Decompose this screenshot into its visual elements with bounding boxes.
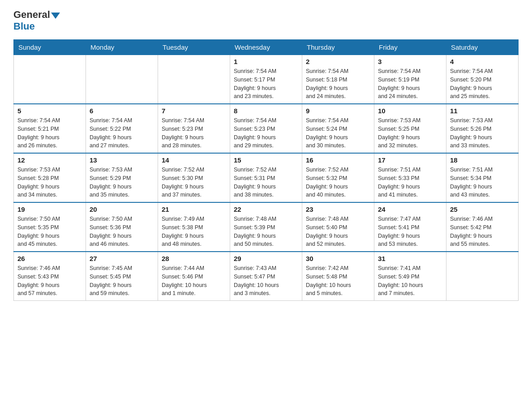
calendar-day-12: 12Sunrise: 7:53 AMSunset: 5:28 PMDayligh… xyxy=(14,153,86,202)
day-sun-info: Sunrise: 7:50 AMSunset: 5:36 PMDaylight:… xyxy=(90,215,154,248)
day-number: 22 xyxy=(234,206,298,213)
day-of-week-saturday: Saturday xyxy=(446,40,519,55)
calendar-day-26: 26Sunrise: 7:46 AMSunset: 5:43 PMDayligh… xyxy=(14,252,86,301)
day-of-week-wednesday: Wednesday xyxy=(230,40,302,55)
calendar-day-5: 5Sunrise: 7:54 AMSunset: 5:21 PMDaylight… xyxy=(14,104,86,153)
calendar-day-11: 11Sunrise: 7:53 AMSunset: 5:26 PMDayligh… xyxy=(446,104,519,153)
day-sun-info: Sunrise: 7:53 AMSunset: 5:29 PMDaylight:… xyxy=(90,166,154,199)
day-number: 13 xyxy=(90,156,154,164)
day-sun-info: Sunrise: 7:53 AMSunset: 5:28 PMDaylight:… xyxy=(17,166,82,199)
day-number: 8 xyxy=(234,107,298,115)
calendar-table: SundayMondayTuesdayWednesdayThursdayFrid… xyxy=(13,39,519,301)
day-sun-info: Sunrise: 7:54 AMSunset: 5:21 PMDaylight:… xyxy=(17,116,82,150)
calendar-day-18: 18Sunrise: 7:51 AMSunset: 5:34 PMDayligh… xyxy=(446,153,519,202)
calendar-day-6: 6Sunrise: 7:54 AMSunset: 5:22 PMDaylight… xyxy=(86,104,158,153)
day-sun-info: Sunrise: 7:54 AMSunset: 5:18 PMDaylight:… xyxy=(306,67,370,101)
day-number: 25 xyxy=(450,206,515,213)
day-sun-info: Sunrise: 7:54 AMSunset: 5:19 PMDaylight:… xyxy=(378,67,442,101)
day-number: 26 xyxy=(17,255,82,262)
calendar-week-row: 1Sunrise: 7:54 AMSunset: 5:17 PMDaylight… xyxy=(14,55,519,104)
calendar-day-16: 16Sunrise: 7:52 AMSunset: 5:32 PMDayligh… xyxy=(302,153,374,202)
day-number: 6 xyxy=(90,107,154,115)
logo-arrow-icon xyxy=(51,13,60,19)
calendar-day-17: 17Sunrise: 7:51 AMSunset: 5:33 PMDayligh… xyxy=(374,153,446,202)
day-sun-info: Sunrise: 7:53 AMSunset: 5:25 PMDaylight:… xyxy=(378,116,442,150)
logo-general: General xyxy=(13,9,50,21)
calendar-day-8: 8Sunrise: 7:54 AMSunset: 5:23 PMDaylight… xyxy=(230,104,302,153)
day-number: 30 xyxy=(306,255,370,262)
calendar-day-3: 3Sunrise: 7:54 AMSunset: 5:19 PMDaylight… xyxy=(374,55,446,104)
day-sun-info: Sunrise: 7:48 AMSunset: 5:40 PMDaylight:… xyxy=(306,215,370,248)
day-number: 2 xyxy=(306,58,370,65)
day-sun-info: Sunrise: 7:42 AMSunset: 5:48 PMDaylight:… xyxy=(306,264,370,298)
day-sun-info: Sunrise: 7:54 AMSunset: 5:20 PMDaylight:… xyxy=(450,67,515,101)
day-sun-info: Sunrise: 7:44 AMSunset: 5:46 PMDaylight:… xyxy=(162,264,226,298)
day-number: 20 xyxy=(90,206,154,213)
calendar-day-14: 14Sunrise: 7:52 AMSunset: 5:30 PMDayligh… xyxy=(158,153,230,202)
day-number: 1 xyxy=(234,58,298,65)
day-sun-info: Sunrise: 7:54 AMSunset: 5:24 PMDaylight:… xyxy=(306,116,370,150)
day-number: 12 xyxy=(17,156,82,164)
day-number: 19 xyxy=(17,206,82,213)
day-number: 17 xyxy=(378,156,442,164)
calendar-day-1: 1Sunrise: 7:54 AMSunset: 5:17 PMDaylight… xyxy=(230,55,302,104)
day-number: 16 xyxy=(306,156,370,164)
day-sun-info: Sunrise: 7:52 AMSunset: 5:31 PMDaylight:… xyxy=(234,166,298,199)
day-number: 4 xyxy=(450,58,515,65)
calendar-day-30: 30Sunrise: 7:42 AMSunset: 5:48 PMDayligh… xyxy=(302,252,374,301)
day-number: 3 xyxy=(378,58,442,65)
day-sun-info: Sunrise: 7:47 AMSunset: 5:41 PMDaylight:… xyxy=(378,215,442,248)
logo: General Blue xyxy=(13,9,60,32)
day-sun-info: Sunrise: 7:53 AMSunset: 5:26 PMDaylight:… xyxy=(450,116,515,150)
day-number: 14 xyxy=(162,156,226,164)
day-sun-info: Sunrise: 7:41 AMSunset: 5:49 PMDaylight:… xyxy=(378,264,442,298)
day-sun-info: Sunrise: 7:54 AMSunset: 5:22 PMDaylight:… xyxy=(90,116,154,150)
calendar-day-24: 24Sunrise: 7:47 AMSunset: 5:41 PMDayligh… xyxy=(374,202,446,252)
calendar-day-7: 7Sunrise: 7:54 AMSunset: 5:23 PMDaylight… xyxy=(158,104,230,153)
day-number: 15 xyxy=(234,156,298,164)
logo-blue: Blue xyxy=(13,21,60,32)
day-sun-info: Sunrise: 7:50 AMSunset: 5:35 PMDaylight:… xyxy=(17,215,82,248)
day-sun-info: Sunrise: 7:48 AMSunset: 5:39 PMDaylight:… xyxy=(234,215,298,248)
calendar-week-row: 19Sunrise: 7:50 AMSunset: 5:35 PMDayligh… xyxy=(14,202,519,252)
day-sun-info: Sunrise: 7:51 AMSunset: 5:33 PMDaylight:… xyxy=(378,166,442,199)
day-number: 31 xyxy=(378,255,442,262)
calendar-day-28: 28Sunrise: 7:44 AMSunset: 5:46 PMDayligh… xyxy=(158,252,230,301)
calendar-day-25: 25Sunrise: 7:46 AMSunset: 5:42 PMDayligh… xyxy=(446,202,519,252)
day-number: 18 xyxy=(450,156,515,164)
day-sun-info: Sunrise: 7:51 AMSunset: 5:34 PMDaylight:… xyxy=(450,166,515,199)
page-header: General Blue xyxy=(13,9,519,32)
calendar-week-row: 12Sunrise: 7:53 AMSunset: 5:28 PMDayligh… xyxy=(14,153,519,202)
calendar-day-15: 15Sunrise: 7:52 AMSunset: 5:31 PMDayligh… xyxy=(230,153,302,202)
calendar-day-23: 23Sunrise: 7:48 AMSunset: 5:40 PMDayligh… xyxy=(302,202,374,252)
day-of-week-thursday: Thursday xyxy=(302,40,374,55)
day-number: 29 xyxy=(234,255,298,262)
day-sun-info: Sunrise: 7:52 AMSunset: 5:30 PMDaylight:… xyxy=(162,166,226,199)
calendar-day-13: 13Sunrise: 7:53 AMSunset: 5:29 PMDayligh… xyxy=(86,153,158,202)
day-number: 10 xyxy=(378,107,442,115)
calendar-day-21: 21Sunrise: 7:49 AMSunset: 5:38 PMDayligh… xyxy=(158,202,230,252)
day-number: 21 xyxy=(162,206,226,213)
calendar-day-31: 31Sunrise: 7:41 AMSunset: 5:49 PMDayligh… xyxy=(374,252,446,301)
calendar-day-22: 22Sunrise: 7:48 AMSunset: 5:39 PMDayligh… xyxy=(230,202,302,252)
calendar-day-20: 20Sunrise: 7:50 AMSunset: 5:36 PMDayligh… xyxy=(86,202,158,252)
day-sun-info: Sunrise: 7:46 AMSunset: 5:43 PMDaylight:… xyxy=(17,264,82,298)
day-number: 7 xyxy=(162,107,226,115)
calendar-empty-cell xyxy=(158,55,230,104)
calendar-day-4: 4Sunrise: 7:54 AMSunset: 5:20 PMDaylight… xyxy=(446,55,519,104)
day-sun-info: Sunrise: 7:43 AMSunset: 5:47 PMDaylight:… xyxy=(234,264,298,298)
calendar-empty-cell xyxy=(446,252,519,301)
day-sun-info: Sunrise: 7:46 AMSunset: 5:42 PMDaylight:… xyxy=(450,215,515,248)
calendar-week-row: 5Sunrise: 7:54 AMSunset: 5:21 PMDaylight… xyxy=(14,104,519,153)
day-of-week-tuesday: Tuesday xyxy=(158,40,230,55)
day-sun-info: Sunrise: 7:54 AMSunset: 5:17 PMDaylight:… xyxy=(234,67,298,101)
calendar-week-row: 26Sunrise: 7:46 AMSunset: 5:43 PMDayligh… xyxy=(14,252,519,301)
day-of-week-monday: Monday xyxy=(86,40,158,55)
day-sun-info: Sunrise: 7:45 AMSunset: 5:45 PMDaylight:… xyxy=(90,264,154,298)
day-number: 27 xyxy=(90,255,154,262)
calendar-day-10: 10Sunrise: 7:53 AMSunset: 5:25 PMDayligh… xyxy=(374,104,446,153)
calendar-day-9: 9Sunrise: 7:54 AMSunset: 5:24 PMDaylight… xyxy=(302,104,374,153)
day-number: 24 xyxy=(378,206,442,213)
day-of-week-sunday: Sunday xyxy=(14,40,86,55)
day-number: 5 xyxy=(17,107,82,115)
